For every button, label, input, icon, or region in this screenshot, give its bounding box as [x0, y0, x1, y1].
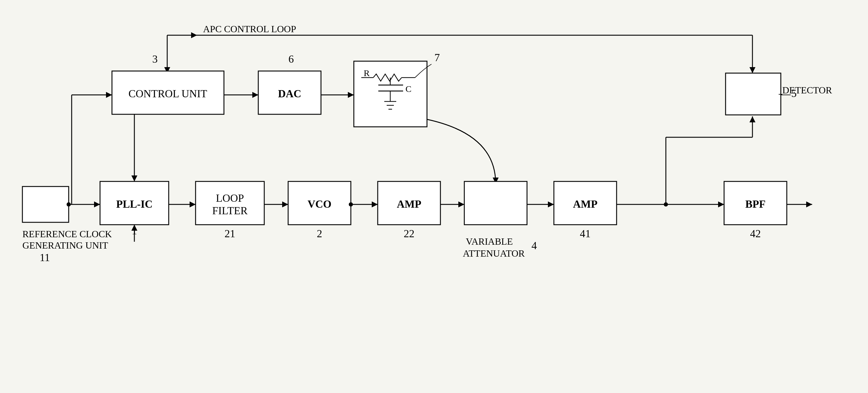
diagram-container: APC CONTROL LOOP PLL-IC [0, 0, 868, 393]
control-unit-label: CONTROL UNIT [128, 88, 207, 100]
ref-clock-label1: REFERENCE CLOCK [22, 229, 112, 239]
amp22-label: AMP [397, 198, 421, 210]
num-11: 11 [40, 252, 50, 263]
num-22: 22 [404, 228, 414, 240]
apc-loop-label: APC CONTROL LOOP [203, 24, 296, 34]
num-42: 42 [750, 228, 761, 240]
detector-block [725, 73, 781, 115]
ref-clock-label2: GENERATING UNIT [22, 240, 108, 251]
rc-c-label: C [405, 84, 411, 94]
pll-ic-label: PLL-IC [116, 198, 153, 210]
ref-clock-block [22, 187, 69, 222]
loop-filter-label1: LOOP [216, 192, 244, 204]
bpf-label: BPF [745, 198, 766, 210]
rc-r-label: R [364, 68, 370, 78]
dac-label: DAC [278, 88, 301, 100]
num-4: 4 [531, 240, 537, 252]
num-6: 6 [288, 53, 294, 65]
var-att-block [464, 182, 527, 225]
num-7: 7 [434, 52, 440, 64]
ref-clock-dot [67, 202, 71, 206]
num-41: 41 [580, 228, 591, 240]
vco-label: VCO [308, 198, 332, 210]
var-att-label2: ATTENUATOR [463, 248, 525, 259]
var-att-label1: VARIABLE [466, 236, 513, 247]
vco-dot [349, 202, 353, 206]
num-2: 2 [317, 228, 322, 240]
num-3: 3 [152, 53, 158, 65]
loop-filter-label2: FILTER [212, 205, 248, 217]
detector-annotation: DETECTOR [782, 85, 832, 96]
num-21: 21 [224, 228, 235, 240]
amp41-label: AMP [573, 198, 597, 210]
main-diagram: APC CONTROL LOOP PLL-IC [0, 0, 868, 393]
